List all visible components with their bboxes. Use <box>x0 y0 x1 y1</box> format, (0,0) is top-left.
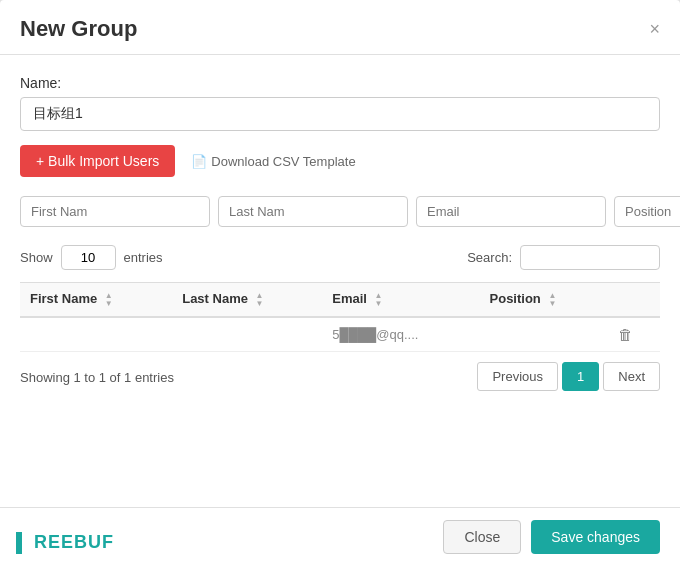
showing-text: Showing 1 to 1 of 1 entries <box>20 370 174 385</box>
cell-position <box>480 317 609 352</box>
first-name-input[interactable] <box>20 196 210 227</box>
file-icon: 📄 <box>191 154 207 169</box>
pagination-row: Showing 1 to 1 of 1 entries Previous 1 N… <box>20 360 660 393</box>
add-user-row: + Add <box>20 195 660 227</box>
table-header-row: First Name ▲▼ Last Name ▲▼ Email ▲▼ Posi… <box>20 283 660 317</box>
delete-row-button[interactable]: 🗑 <box>618 326 633 343</box>
import-row: + Bulk Import Users 📄 Download CSV Templ… <box>20 145 660 177</box>
logo-text: REEBUF <box>34 532 114 552</box>
cell-last-name <box>172 317 322 352</box>
show-entries-control: Show entries <box>20 245 163 270</box>
modal-footer: REEBUF Close Save changes <box>0 507 680 566</box>
sort-arrows-last-name[interactable]: ▲▼ <box>256 292 264 308</box>
col-email: Email ▲▼ <box>322 283 479 317</box>
last-name-input[interactable] <box>218 196 408 227</box>
modal-body: Name: + Bulk Import Users 📄 Download CSV… <box>0 55 680 507</box>
modal-title: New Group <box>20 16 137 42</box>
pagination-controls: Previous 1 Next <box>477 362 660 391</box>
col-first-name: First Name ▲▼ <box>20 283 172 317</box>
col-position: Position ▲▼ <box>480 283 609 317</box>
search-control: Search: <box>467 245 660 270</box>
save-changes-button[interactable]: Save changes <box>531 520 660 554</box>
cell-first-name <box>20 317 172 352</box>
bulk-import-button[interactable]: + Bulk Import Users <box>20 145 175 177</box>
modal-header: New Group × <box>0 0 680 55</box>
csv-template-link[interactable]: 📄 Download CSV Template <box>191 154 355 169</box>
previous-button[interactable]: Previous <box>477 362 558 391</box>
show-label: Show <box>20 250 53 265</box>
email-value: 5████@qq.... <box>332 327 418 342</box>
sort-arrows-email[interactable]: ▲▼ <box>375 292 383 308</box>
sort-arrows-first-name[interactable]: ▲▼ <box>105 292 113 308</box>
table-row: 5████@qq.... 🗑 <box>20 317 660 352</box>
search-label: Search: <box>467 250 512 265</box>
position-input[interactable] <box>614 196 680 227</box>
name-label: Name: <box>20 75 660 91</box>
group-name-input[interactable] <box>20 97 660 131</box>
page-1-button[interactable]: 1 <box>562 362 599 391</box>
email-input[interactable] <box>416 196 606 227</box>
users-table: First Name ▲▼ Last Name ▲▼ Email ▲▼ Posi… <box>20 282 660 352</box>
logo-bar <box>16 532 22 554</box>
search-input[interactable] <box>520 245 660 270</box>
logo: REEBUF <box>16 532 114 554</box>
modal-dialog: New Group × Name: + Bulk Import Users 📄 … <box>0 0 680 566</box>
entries-input[interactable] <box>61 245 116 270</box>
col-actions <box>608 283 660 317</box>
close-button[interactable]: Close <box>443 520 521 554</box>
cell-delete: 🗑 <box>608 317 660 352</box>
entries-label: entries <box>124 250 163 265</box>
cell-email: 5████@qq.... <box>322 317 479 352</box>
col-last-name: Last Name ▲▼ <box>172 283 322 317</box>
next-button[interactable]: Next <box>603 362 660 391</box>
close-x-button[interactable]: × <box>649 20 660 38</box>
table-controls: Show entries Search: <box>20 245 660 270</box>
sort-arrows-position[interactable]: ▲▼ <box>548 292 556 308</box>
